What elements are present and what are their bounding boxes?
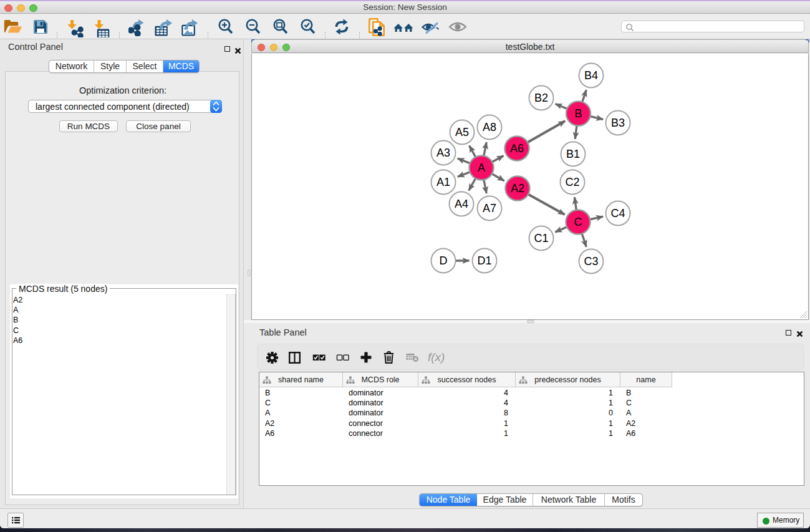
svg-text:C1: C1 — [534, 232, 548, 244]
svg-text:A6: A6 — [510, 142, 524, 155]
svg-text:B2: B2 — [534, 92, 548, 104]
svg-text:C: C — [574, 216, 582, 228]
svg-text:B4: B4 — [584, 69, 598, 82]
svg-text:A1: A1 — [436, 176, 450, 188]
svg-text:A8: A8 — [483, 121, 496, 133]
svg-text:D: D — [440, 254, 448, 267]
svg-text:f(x): f(x) — [428, 351, 445, 364]
svg-text:A5: A5 — [455, 126, 469, 138]
svg-text:A7: A7 — [483, 202, 496, 215]
svg-text:B3: B3 — [611, 117, 625, 129]
svg-text:B1: B1 — [566, 148, 580, 160]
svg-text:A: A — [478, 162, 485, 174]
svg-text:C2: C2 — [565, 176, 579, 188]
svg-text:A2: A2 — [511, 182, 524, 195]
svg-text:D1: D1 — [477, 254, 491, 267]
svg-text:B: B — [574, 107, 582, 120]
svg-text:C3: C3 — [584, 255, 598, 268]
svg-text:A4: A4 — [455, 198, 468, 210]
svg-text:A3: A3 — [436, 147, 450, 159]
svg-text:C4: C4 — [610, 207, 625, 220]
